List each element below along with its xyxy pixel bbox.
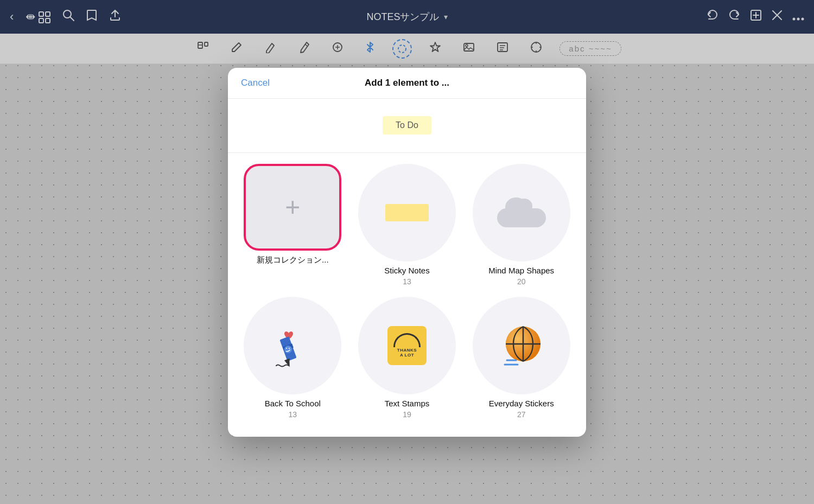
sticky-notes-item[interactable]: Sticky Notes 13 (355, 164, 459, 286)
cloud-shape-preview (497, 197, 546, 227)
mind-map-circle (473, 164, 570, 261)
everyday-stickers-count: 27 (517, 410, 526, 419)
sticky-notes-label: Sticky Notes (384, 266, 429, 275)
mind-map-item[interactable]: Mind Map Shapes 20 (469, 164, 573, 286)
collections-grid: + 新規コレクション... Sticky Notes 13 (228, 153, 586, 430)
modal-preview-area: To Do (228, 99, 586, 153)
back-to-school-circle (244, 297, 341, 394)
modal-overlay: Cancel Add 1 element to ... To Do + 新規コレ… (0, 0, 814, 504)
thanks-stamp-preview: THANKSA LOT (385, 324, 429, 367)
new-collection-circle: + (244, 164, 341, 251)
back-to-school-count: 13 (289, 410, 297, 419)
back-to-school-item[interactable]: Back To School 13 (241, 297, 345, 419)
new-collection-label: 新規コレクション... (257, 255, 329, 265)
todo-sticker-preview: To Do (383, 116, 431, 135)
crayon-svg (268, 321, 317, 370)
modal-title: Add 1 element to ... (365, 78, 449, 88)
text-stamps-item[interactable]: THANKSA LOT Text Stamps 19 (355, 297, 459, 419)
sticky-notes-circle (358, 164, 456, 261)
new-collection-item[interactable]: + 新規コレクション... (241, 164, 345, 286)
sticky-notes-count: 13 (403, 277, 411, 286)
add-element-modal: Cancel Add 1 element to ... To Do + 新規コレ… (228, 68, 586, 437)
mind-map-count: 20 (517, 277, 526, 286)
plus-icon: + (285, 194, 300, 220)
modal-header: Cancel Add 1 element to ... (228, 68, 586, 99)
basketball-svg (497, 321, 546, 370)
sticky-note-preview (385, 204, 429, 221)
text-stamps-circle: THANKSA LOT (358, 297, 456, 394)
text-stamps-count: 19 (403, 410, 411, 419)
text-stamps-label: Text Stamps (385, 399, 430, 408)
back-to-school-label: Back To School (265, 399, 321, 408)
cancel-button[interactable]: Cancel (241, 78, 270, 88)
everyday-stickers-item[interactable]: Everyday Stickers 27 (469, 297, 573, 419)
mind-map-label: Mind Map Shapes (488, 266, 554, 275)
everyday-stickers-label: Everyday Stickers (489, 399, 554, 408)
everyday-stickers-circle (473, 297, 570, 394)
